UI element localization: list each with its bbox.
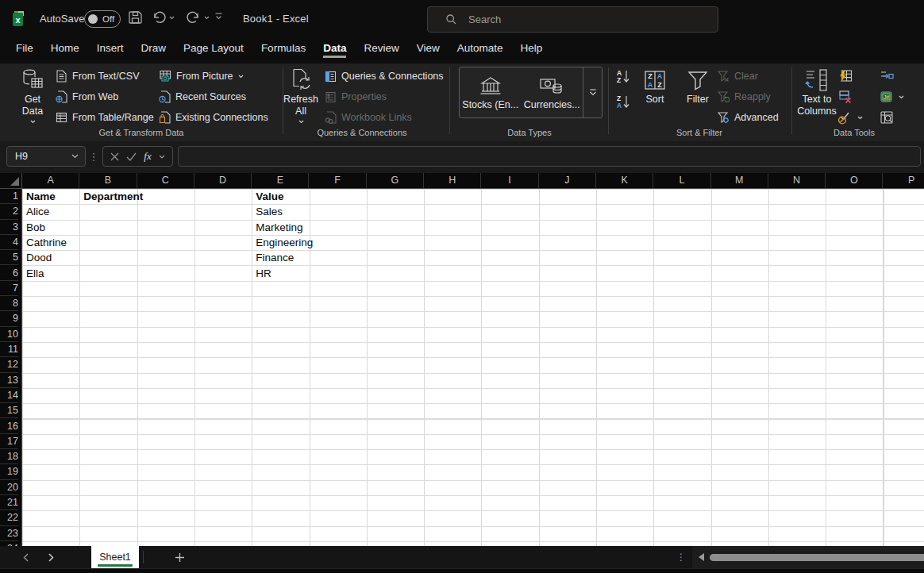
refresh-all-button[interactable]: Refresh All [281, 66, 321, 125]
undo-button[interactable] [151, 10, 175, 25]
column-header-O[interactable]: O [826, 173, 883, 188]
row-header-3[interactable]: 3 [0, 220, 18, 235]
previous-sheet-button[interactable] [16, 546, 35, 568]
customize-quick-access-button[interactable] [214, 13, 223, 20]
consolidate-button[interactable] [880, 67, 894, 86]
save-button[interactable] [127, 10, 144, 26]
row-header-19[interactable]: 19 [0, 464, 18, 479]
row-header-18[interactable]: 18 [0, 449, 18, 464]
from-picture-button[interactable]: From Picture [159, 67, 244, 86]
row-header-17[interactable]: 17 [0, 434, 18, 449]
cell-B1[interactable]: Department [79, 189, 143, 204]
new-sheet-button[interactable] [170, 546, 189, 568]
tab-insert[interactable]: Insert [88, 42, 133, 63]
tab-draw[interactable]: Draw [133, 42, 175, 63]
autosave-toggle[interactable]: Off [84, 10, 121, 28]
currencies-data-type-button[interactable]: Currencies... [522, 67, 583, 117]
advanced-filter-button[interactable]: Advanced [717, 108, 779, 127]
tab-formulas[interactable]: Formulas [252, 42, 314, 63]
cell-E3[interactable]: Marketing [252, 220, 302, 235]
column-header-A[interactable]: A [22, 173, 79, 188]
name-box[interactable]: H9 [6, 146, 86, 167]
row-header-8[interactable]: 8 [0, 296, 18, 311]
column-header-K[interactable]: K [596, 173, 653, 188]
column-header-B[interactable]: B [79, 173, 137, 188]
tab-home[interactable]: Home [42, 42, 88, 63]
search-box[interactable]: Search [427, 6, 718, 33]
cell-A3[interactable]: Bob [22, 220, 45, 235]
column-header-J[interactable]: J [539, 173, 596, 188]
reapply-filter-button[interactable]: Reapply [717, 87, 771, 106]
text-to-columns-button[interactable]: Text to Columns [795, 66, 838, 117]
column-header-G[interactable]: G [367, 173, 424, 188]
row-header-5[interactable]: 5 [0, 250, 18, 265]
sort-descending-button[interactable]: ZA [617, 95, 629, 109]
row-header-1[interactable]: 1 [0, 189, 18, 204]
column-header-M[interactable]: M [711, 173, 768, 188]
stocks-data-type-button[interactable]: Stocks (En... [460, 67, 522, 117]
cell-A1[interactable]: Name [22, 189, 56, 204]
horizontal-scrollbar-thumb[interactable] [710, 554, 924, 561]
chevron-down-icon[interactable] [159, 155, 165, 159]
row-header-6[interactable]: 6 [0, 266, 18, 281]
from-table-range-button[interactable]: From Table/Range [56, 108, 154, 127]
properties-button[interactable]: Properties [325, 87, 387, 106]
row-header-20[interactable]: 20 [0, 480, 18, 495]
scroll-left-arrow-icon[interactable] [699, 553, 704, 561]
scrollbar-splitter-handle[interactable]: ⋮ [676, 546, 687, 568]
manage-data-model-button[interactable]: J# [880, 87, 904, 106]
sort-ascending-button[interactable]: AZ [617, 70, 629, 83]
select-all-button[interactable] [0, 173, 22, 189]
cell-A5[interactable]: Dood [22, 250, 52, 265]
relationships-button[interactable] [880, 108, 894, 127]
flash-fill-button[interactable] [838, 67, 853, 86]
row-header-4[interactable]: 4 [0, 235, 18, 250]
column-header-N[interactable]: N [768, 173, 826, 188]
cell-A6[interactable]: Ella [22, 266, 44, 281]
row-header-13[interactable]: 13 [0, 373, 18, 388]
row-header-15[interactable]: 15 [0, 403, 18, 418]
sheet-tab-sheet1[interactable]: Sheet1 [91, 546, 139, 568]
tab-page-layout[interactable]: Page Layout [175, 42, 252, 63]
existing-connections-button[interactable]: Existing Connections [159, 108, 268, 127]
tab-help[interactable]: Help [512, 42, 552, 63]
formula-input[interactable] [178, 146, 921, 167]
cell-E2[interactable]: Sales [252, 204, 283, 219]
workbook-links-button[interactable]: Workbook Links [325, 108, 412, 127]
tab-data[interactable]: Data [314, 42, 355, 63]
column-header-H[interactable]: H [424, 173, 481, 188]
row-header-12[interactable]: 12 [0, 357, 18, 372]
cell-E5[interactable]: Finance [252, 250, 294, 265]
insert-function-button[interactable]: fx [144, 150, 151, 163]
enter-check-icon[interactable] [126, 152, 137, 161]
row-header-9[interactable]: 9 [0, 311, 18, 326]
redo-button[interactable] [186, 10, 210, 25]
row-header-16[interactable]: 16 [0, 419, 18, 434]
column-header-P[interactable]: P [884, 173, 924, 188]
row-header-7[interactable]: 7 [0, 281, 18, 296]
row-header-14[interactable]: 14 [0, 388, 18, 403]
column-header-D[interactable]: D [194, 173, 252, 188]
from-text-csv-button[interactable]: From Text/CSV [56, 67, 140, 86]
column-header-C[interactable]: C [137, 173, 194, 188]
tab-review[interactable]: Review [355, 42, 407, 63]
row-header-2[interactable]: 2 [0, 204, 18, 219]
row-header-11[interactable]: 11 [0, 342, 18, 357]
column-header-L[interactable]: L [653, 173, 710, 188]
tab-automate[interactable]: Automate [449, 42, 512, 63]
data-types-more-button[interactable] [583, 67, 602, 117]
column-header-E[interactable]: E [252, 173, 309, 188]
tab-file[interactable]: File [7, 42, 42, 63]
queries-connections-button[interactable]: Queries & Connections [325, 67, 444, 86]
get-data-button[interactable]: Get Data [13, 66, 52, 125]
cell-A4[interactable]: Cathrine [22, 235, 67, 250]
row-header-23[interactable]: 23 [0, 526, 18, 541]
cell-E6[interactable]: HR [252, 266, 271, 281]
row-header-21[interactable]: 21 [0, 495, 18, 510]
data-validation-button[interactable] [837, 108, 863, 127]
cell-A2[interactable]: Alice [22, 204, 49, 219]
from-web-button[interactable]: From Web [56, 87, 118, 106]
sort-button[interactable]: Z A A Z Sort [637, 66, 673, 106]
cell-E1[interactable]: Value [252, 189, 283, 204]
cell-E4[interactable]: Engineering [252, 235, 313, 250]
